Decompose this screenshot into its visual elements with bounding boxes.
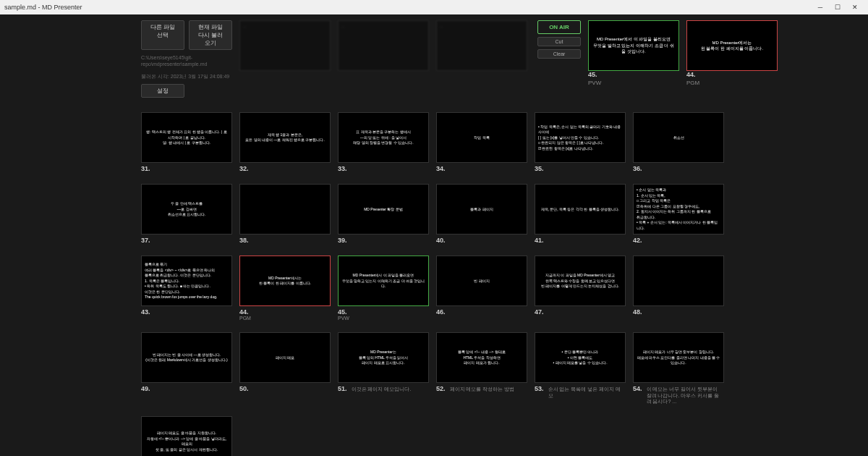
- slide-thumbnail[interactable]: MD Presenter에서는한 블록이 한 페이지를 이룹니다.: [239, 256, 331, 306]
- minimize-button[interactable]: ─: [812, 4, 829, 11]
- choose-file-button[interactable]: 다른 파일 선택: [141, 20, 184, 50]
- slide-number: 46.: [436, 308, 446, 316]
- slide-memo: 이것은 페이지 메모입니다.: [352, 387, 412, 392]
- slide-number: 37.: [141, 237, 150, 244]
- slide-item[interactable]: 빈 페이지는 빈 줄 사이에 ---로 생성합니다.(이것은 원래 Markdo…: [141, 332, 232, 405]
- pgm-number: 44.: [686, 71, 696, 78]
- slide-item[interactable]: 작업 목록34.: [436, 112, 527, 172]
- slide-item[interactable]: MD Presenter는블록 앞의 HTML 주석을 읽어서페이지 메모로 표…: [338, 332, 429, 405]
- slide-item[interactable]: MD Presenter에서는한 블록이 한 페이지를 이룹니다.44.PGM: [239, 256, 331, 321]
- close-button[interactable]: ✕: [846, 4, 864, 11]
- slide-thumbnail[interactable]: 빈 페이지: [436, 256, 527, 306]
- slide-number: 33.: [338, 165, 347, 172]
- slide-item[interactable]: 페이지 메모50.: [239, 332, 331, 405]
- cut-button[interactable]: Cut: [537, 37, 581, 46]
- slide-thumbnail[interactable]: 블록 앞에 <!-- 내용 --> 형태로HTML 주석을 작성하면페이지 메모…: [436, 332, 527, 383]
- slide-number: 31.: [141, 165, 150, 172]
- slide-thumbnail[interactable]: 제목, 문단, 목록 등은 각각 한 블록을 생성합니다.: [535, 184, 626, 235]
- slide-thumbnail[interactable]: 페이지 메모: [239, 332, 331, 383]
- slide-number: 54.: [633, 385, 642, 392]
- slide-number: 35.: [535, 165, 544, 172]
- pgm-monitor[interactable]: MD Presenter에서는한 블록이 한 페이지를 이룹니다.: [686, 20, 778, 71]
- slide-item[interactable]: 블록과 페이지40.: [436, 184, 527, 244]
- slide-number: 53.: [535, 385, 544, 392]
- slide-thumbnail[interactable]: [239, 184, 331, 235]
- slide-item[interactable]: 행: 텍스트의 행 전체가 표의 한 행을 이룹니다. | 로시작하며 | 로 …: [141, 112, 232, 172]
- slide-thumbnail[interactable]: 취소선: [633, 112, 724, 163]
- slide-thumbnail[interactable]: MD Presenter 확장 문법: [338, 184, 429, 235]
- blurred-preview-2: ...: [338, 20, 429, 71]
- slide-number: 47.: [535, 308, 544, 316]
- maximize-button[interactable]: ☐: [829, 4, 846, 11]
- slide-memo: 페이지 메모를 작성하는 방법: [450, 387, 515, 392]
- slide-sublabel: PVW: [338, 316, 429, 321]
- pvw-label: PVW: [588, 80, 679, 86]
- slide-item[interactable]: • 순서 없는 목록과 1. 순서 있는 목록, □ 그리고 작업 목록은 ☑ …: [633, 184, 724, 244]
- blurred-preview-3: ...: [436, 20, 527, 71]
- slide-thumbnail[interactable]: 행: 텍스트의 행 전체가 표의 한 행을 이룹니다. | 로시작하며 | 로 …: [141, 112, 232, 163]
- slide-item[interactable]: 제목, 문단, 목록 등은 각각 한 블록을 생성합니다.41.: [535, 184, 626, 244]
- slide-number: 48.: [633, 308, 642, 316]
- slide-thumbnail[interactable]: • 순서 없는 목록과 1. 순서 있는 목록, □ 그리고 작업 목록은 ☑ …: [633, 184, 724, 235]
- slide-thumbnail[interactable]: • 문단 블록뿐만 아니라• 이런 블록에도• 페이지 메모를 넣을 수 있습니…: [535, 332, 626, 383]
- clear-button[interactable]: Clear: [537, 49, 581, 59]
- slide-item[interactable]: 두 줄 안에 텍스트를~~로 감싸면취소선으로 표시됩니다.37.: [141, 184, 232, 244]
- slide-thumbnail[interactable]: 작업 목록: [436, 112, 527, 163]
- slide-thumbnail[interactable]: 페이지 메모가 너무 길면 뒷부분이 잘립니다.메모에 마우스 포인터를 올리면…: [633, 332, 724, 383]
- slide-item[interactable]: 표 제목과 본문을 구분하는 행에서---의 앞 또는 뒤에 : 을 넣어서해당…: [338, 112, 429, 172]
- slide-item[interactable]: 38.: [239, 184, 331, 244]
- slide-item[interactable]: 블록 앞에 <!-- 내용 --> 형태로HTML 주석을 작성하면페이지 메모…: [436, 332, 527, 405]
- slide-item[interactable]: • 문단 블록뿐만 아니라• 이런 블록에도• 페이지 메모를 넣을 수 있습니…: [535, 332, 626, 405]
- settings-button[interactable]: 설정: [141, 84, 184, 98]
- slide-item[interactable]: 페이지 메모도 줄 바꿈을 지원합니다.자동에 <!-- 뿐이니라 --> 앞에…: [141, 416, 232, 456]
- slide-number: 40.: [436, 237, 446, 244]
- slide-thumbnail[interactable]: • 작업 목록은, 순서 없는 목록의 글머리 기호와 내용 사이에 [ ] 또…: [535, 112, 626, 163]
- slide-thumbnail[interactable]: 블록으로 묶기여러 블록을 <div> ~ </div>로 묶으면 하나의블록으…: [141, 256, 232, 306]
- reload-file-button[interactable]: 현재 파일 다시 불러오기: [189, 20, 232, 50]
- blurred-preview-1: ...: [239, 20, 331, 71]
- slide-thumbnail[interactable]: 페이지 메모도 줄 바꿈을 지원합니다.자동에 <!-- 뿐이니라 --> 앞에…: [141, 416, 232, 456]
- slide-item[interactable]: 페이지 메모가 너무 길면 뒷부분이 잘립니다.메모에 마우스 포인터를 올리면…: [633, 332, 724, 405]
- on-air-button[interactable]: ON AIR: [537, 20, 581, 34]
- slide-thumbnail[interactable]: 지금까지 이 파일을 MD Presenter에서 열고왼쪽 텍스트와 수정을 …: [535, 256, 626, 306]
- slide-thumbnail[interactable]: 표 제목과 본문을 구분하는 행에서---의 앞 또는 뒤에 : 을 넣어서해당…: [338, 112, 429, 163]
- loaded-time: 불러온 시각: 2023년 3월 17일 24:08:49: [141, 73, 232, 80]
- pgm-label: PGM: [686, 80, 778, 86]
- slide-number: 45.: [338, 308, 347, 316]
- slide-item[interactable]: 지금까지 이 파일을 MD Presenter에서 열고왼쪽 텍스트와 수정을 …: [535, 256, 626, 321]
- slide-number: 36.: [633, 165, 642, 172]
- slide-thumbnail[interactable]: [633, 256, 724, 306]
- window-title: sample.md - MD Presenter: [4, 4, 82, 11]
- slide-item[interactable]: • 작업 목록은, 순서 없는 목록의 글머리 기호와 내용 사이에 [ ] 또…: [535, 112, 626, 172]
- window-titlebar: sample.md - MD Presenter ─ ☐ ✕: [0, 0, 868, 14]
- slide-item[interactable]: 48.: [633, 256, 724, 321]
- slide-memo: 순서 없는 목록에 넣은 페이지 메모: [548, 387, 626, 399]
- slide-item[interactable]: 빈 페이지46.: [436, 256, 527, 321]
- slide-number: 41.: [535, 237, 544, 244]
- slide-grid: 행: 텍스트의 행 전체가 표의 한 행을 이룹니다. | 로시작하며 | 로 …: [0, 112, 868, 456]
- main-content: 다른 파일 선택 현재 파일 다시 불러오기 C:\Users\seye5145…: [0, 14, 868, 456]
- slide-number: 49.: [141, 385, 150, 392]
- slide-item[interactable]: 취소선36.: [633, 112, 724, 172]
- slide-sublabel: PGM: [239, 316, 331, 321]
- slide-item[interactable]: MD Presenter 확장 문법39.: [338, 184, 429, 244]
- slide-number: 50.: [239, 385, 249, 392]
- slide-number: 38.: [239, 237, 249, 244]
- slide-item[interactable]: MD Presenter에서 이 파일을 불러오면무엇을 말하고 있는지 이해하…: [338, 256, 429, 321]
- slide-number: 34.: [436, 165, 446, 172]
- slide-number: 52.: [436, 385, 446, 392]
- slide-thumbnail[interactable]: MD Presenter는블록 앞의 HTML 주석을 읽어서페이지 메모로 표…: [338, 332, 429, 383]
- pvw-monitor[interactable]: MD Presenter에서 이 파일을 불러오면무엇을 말하고 있는지 이해하…: [588, 20, 679, 71]
- slide-number: 51.: [338, 385, 347, 392]
- slide-thumbnail[interactable]: 블록과 페이지: [436, 184, 527, 235]
- slide-thumbnail[interactable]: 두 줄 안에 텍스트를~~로 감싸면취소선으로 표시됩니다.: [141, 184, 232, 235]
- slide-number: 39.: [338, 237, 347, 244]
- slide-thumbnail[interactable]: 빈 페이지는 빈 줄 사이에 ---로 생성합니다.(이것은 원래 Markdo…: [141, 332, 232, 383]
- slide-number: 43.: [141, 308, 150, 316]
- slide-item[interactable]: 제목 행 1줄과 본문은,모든 열의 내용이 ---로 채워진 행으로 구분됩니…: [239, 112, 331, 172]
- slide-thumbnail[interactable]: MD Presenter에서 이 파일을 불러오면무엇을 말하고 있는지 이해하…: [338, 256, 429, 306]
- slide-item[interactable]: 블록으로 묶기여러 블록을 <div> ~ </div>로 묶으면 하나의블록으…: [141, 256, 232, 321]
- slide-thumbnail[interactable]: 제목 행 1줄과 본문은,모든 열의 내용이 ---로 채워진 행으로 구분됩니…: [239, 112, 331, 163]
- file-path: C:\Users\seye5145\git-repo\mdpresenter\s…: [141, 54, 232, 67]
- slide-number: 44.: [239, 308, 249, 316]
